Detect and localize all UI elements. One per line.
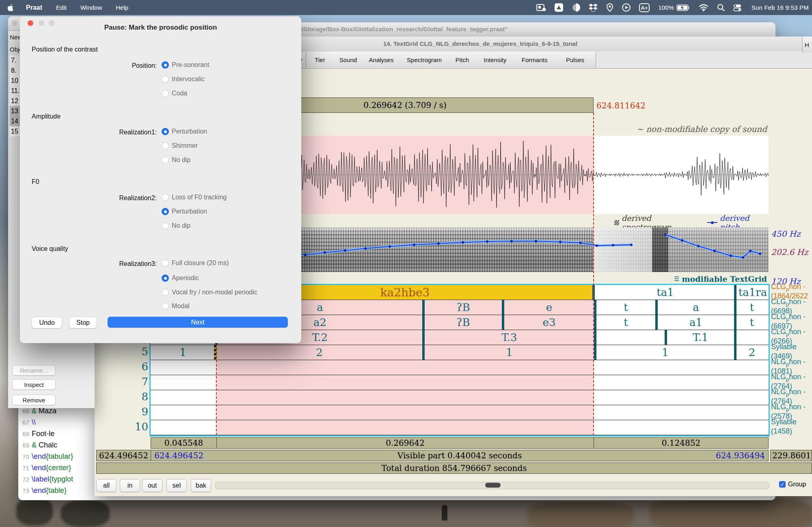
interval-boundary[interactable] [655,315,658,330]
group-checkbox-checked[interactable]: ✓ [779,481,786,488]
total-duration-bar[interactable]: Total duration 854.796667 seconds [96,462,812,474]
stop-button[interactable]: Stop [69,317,97,328]
interval-boundary[interactable] [502,315,504,330]
triangle-app-icon[interactable] [555,0,563,15]
interval-label[interactable]: t [595,315,657,330]
a-plus-icon[interactable]: A+ [639,0,650,15]
interval-label[interactable]: e [503,300,595,315]
inspect-button[interactable]: Inspect [12,379,56,390]
location-shield-icon[interactable] [606,0,613,15]
radio-unselected-icon[interactable] [162,222,169,229]
radio-option[interactable]: Full closure (20 ms) [162,259,229,267]
menu-tab-intensity[interactable]: Intensity [476,52,515,68]
control-center-icon[interactable] [733,0,741,15]
textgrid-tier-6[interactable] [151,360,769,375]
interval-label[interactable]: t [735,315,769,330]
radio-option[interactable]: Intervocalic [162,76,205,83]
radio-option[interactable]: No dip [162,156,190,164]
tier-number-5[interactable]: 5 [131,346,148,358]
rename-button[interactable]: Rename... [12,365,56,376]
time-box-left-small[interactable]: 0.045548 [151,437,217,449]
radio-selected-icon[interactable] [162,208,169,215]
menu-tab-formants[interactable]: Formants [514,52,555,68]
tier-number-9[interactable]: 9 [131,406,148,418]
radio-option[interactable]: Perturbation [162,128,207,135]
interval-boundary[interactable] [655,300,658,315]
radio-option[interactable]: Modal [162,302,190,310]
radio-unselected-icon[interactable] [162,90,169,97]
radio-option[interactable]: No dip [162,222,190,229]
interval-label[interactable]: ta1ra [737,285,769,300]
interval-boundary[interactable] [422,315,425,330]
interval-boundary[interactable] [734,300,736,315]
radio-unselected-icon[interactable] [162,194,169,201]
undo-button[interactable]: Undo [32,317,62,328]
radio-unselected-icon[interactable] [162,156,169,164]
radio-option[interactable]: Vocal fry / non-modal periodic [162,289,257,296]
remove-button[interactable]: Remove [12,395,56,405]
radio-unselected-icon[interactable] [162,302,169,310]
interval-label[interactable]: 1 [151,345,215,360]
radio-option[interactable]: Perturbation [162,208,207,215]
remaining-time-box[interactable]: 229.86017 [770,450,812,461]
interval-label[interactable]: ʔB [423,315,503,330]
interval-boundary[interactable] [594,300,596,315]
textgrid-tier-8[interactable] [151,390,769,405]
half-circle-icon[interactable] [572,0,580,15]
apple-icon[interactable] [0,0,19,15]
menubar-clock[interactable]: Sun Feb 16 9:53 PM [750,4,809,11]
zoom-out-button[interactable]: out [142,479,162,492]
play-circle-icon[interactable] [622,0,631,15]
search-icon[interactable] [717,0,725,15]
interval-boundary[interactable] [734,345,736,360]
window-start-box[interactable]: 624.496452 [96,450,151,461]
textgrid-tier-9[interactable] [151,405,769,420]
objects-close-icon[interactable] [12,20,17,26]
tier-number-8[interactable]: 8 [131,391,148,403]
interval-boundary[interactable] [734,315,736,330]
interval-boundary[interactable] [734,330,736,345]
interval-label[interactable]: 1 [423,345,595,360]
interval-label[interactable]: T.3 [423,330,595,345]
interval-label[interactable]: t [595,300,657,315]
interval-label[interactable]: a [657,300,735,315]
tier-number-10[interactable]: 10 [131,421,148,433]
radio-unselected-icon[interactable] [162,289,169,296]
zoom-bak-button[interactable]: bak [191,479,211,492]
next-button[interactable]: Next [108,317,288,328]
interval-boundary[interactable] [594,330,596,345]
interval-label[interactable]: ta1 [595,285,735,300]
interval-label[interactable]: t [735,300,769,315]
radio-option[interactable]: Shimmer [162,142,198,149]
interval-boundary[interactable] [734,285,736,300]
dialog-titlebar[interactable]: Pause: Mark the prosodic position [20,16,301,37]
interval-boundary[interactable] [422,330,425,345]
interval-label[interactable]: 1 [595,345,735,360]
menu-tab-pitch[interactable]: Pitch [449,52,476,68]
radio-option[interactable]: Coda [162,90,187,97]
textgrid-tier-7[interactable] [151,375,769,390]
interval-boundary[interactable] [594,345,596,360]
dialog-close-icon[interactable] [28,20,33,26]
menu-tab-analyses[interactable]: Analyses [363,52,400,68]
textgrid-tier-5[interactable]: 12112 [151,345,769,360]
interval-label[interactable]: T.1 [666,330,735,345]
interval-boundary[interactable] [502,300,504,315]
menu-window[interactable]: Window [73,4,109,11]
textgrid-tier-10[interactable] [151,420,769,435]
tier-number-6[interactable]: 6 [131,361,148,373]
interval-boundary[interactable] [594,315,596,330]
radio-selected-icon[interactable] [162,61,169,69]
radio-unselected-icon[interactable] [162,259,169,267]
interval-label[interactable]: ʔB [423,300,503,315]
interval-label[interactable]: 2 [215,345,423,360]
menu-praat[interactable]: Praat [19,4,49,11]
time-box-right-small[interactable]: 0.124852 [594,437,769,449]
screenshot-status-icon[interactable] [536,0,546,15]
menu-tab-sound[interactable]: Sound [334,52,363,68]
zoom-in-button[interactable]: in [120,479,140,492]
menu-tab-tier[interactable]: Tier [306,52,334,68]
battery-status[interactable]: 100% [658,0,690,15]
radio-unselected-icon[interactable] [162,142,169,149]
menu-help[interactable]: Help [109,4,135,11]
